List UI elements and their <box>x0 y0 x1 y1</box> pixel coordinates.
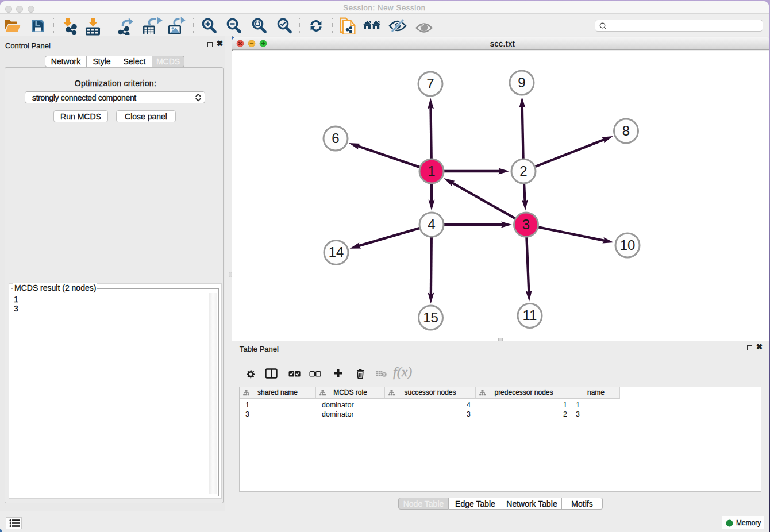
svg-text:4: 4 <box>428 217 435 232</box>
svg-text:10: 10 <box>620 237 636 253</box>
svg-text:3: 3 <box>522 217 530 232</box>
svg-text:11: 11 <box>523 307 537 323</box>
svg-text:14: 14 <box>329 244 344 260</box>
svg-text:15: 15 <box>423 310 438 325</box>
svg-text:1: 1 <box>428 163 435 179</box>
svg-text:9: 9 <box>518 75 525 90</box>
svg-text:8: 8 <box>622 123 630 138</box>
svg-text:6: 6 <box>332 130 339 146</box>
svg-text:2: 2 <box>519 163 527 179</box>
svg-text:7: 7 <box>426 76 434 91</box>
